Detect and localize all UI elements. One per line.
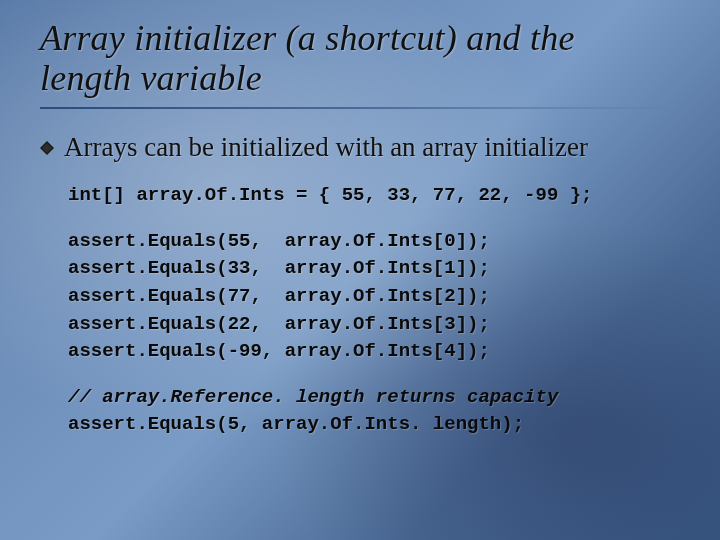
title-line-1: Array initializer (a shortcut) and the <box>40 18 575 58</box>
code-block: int[] array.Of.Ints = { 55, 33, 77, 22, … <box>68 182 680 438</box>
code-line-assert-2: assert.Equals(77, array.Of.Ints[2]); <box>68 285 490 307</box>
code-line-assert-1: assert.Equals(33, array.Of.Ints[1]); <box>68 257 490 279</box>
title-line-2: length variable <box>40 58 262 98</box>
bullet-row: Arrays can be initialized with an array … <box>40 131 680 165</box>
code-line-comment: // array.Reference. length returns capac… <box>68 386 558 408</box>
code-line-assert-4: assert.Equals(-99, array.Of.Ints[4]); <box>68 340 490 362</box>
code-line-decl: int[] array.Of.Ints = { 55, 33, 77, 22, … <box>68 184 593 206</box>
slide: Array initializer (a shortcut) and the l… <box>0 0 720 540</box>
code-line-assert-3: assert.Equals(22, array.Of.Ints[3]); <box>68 313 490 335</box>
slide-content: Array initializer (a shortcut) and the l… <box>40 18 680 439</box>
code-line-assert-0: assert.Equals(55, array.Of.Ints[0]); <box>68 230 490 252</box>
bullet-text: Arrays can be initialized with an array … <box>64 131 588 165</box>
slide-title: Array initializer (a shortcut) and the l… <box>40 18 680 99</box>
code-gap <box>68 366 680 384</box>
title-underline <box>40 107 680 109</box>
code-line-length: assert.Equals(5, array.Of.Ints. length); <box>68 413 524 435</box>
code-gap <box>68 210 680 228</box>
diamond-bullet-icon <box>40 141 54 155</box>
